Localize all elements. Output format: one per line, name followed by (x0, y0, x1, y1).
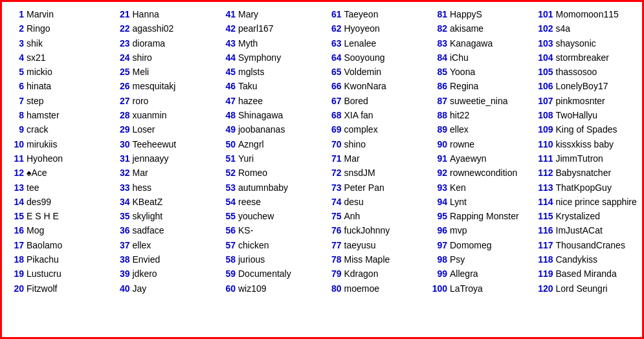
rank-number: 98 (429, 253, 447, 266)
player-name: jennaayy (133, 152, 169, 165)
rank-number: 47 (217, 94, 236, 107)
list-item: 24shiro (112, 50, 216, 65)
list-item: 17Baolamo (6, 238, 109, 252)
rank-number: 1 (6, 8, 24, 21)
rank-number: 119 (535, 267, 553, 280)
rank-number: 57 (217, 239, 236, 252)
rank-number: 73 (324, 181, 342, 194)
list-item: 80moemoe (324, 281, 427, 296)
rank-number: 114 (535, 195, 553, 208)
rank-number: 26 (112, 80, 130, 93)
rank-number: 55 (217, 210, 236, 223)
rank-number: 34 (112, 195, 130, 208)
list-item: 98Psy (429, 252, 533, 267)
rank-number: 37 (112, 239, 130, 252)
list-item: 6hinata (6, 79, 109, 93)
rank-number: 59 (217, 267, 236, 280)
rank-number: 101 (535, 8, 553, 21)
list-item: 54reese (217, 195, 321, 209)
rank-number: 25 (112, 65, 130, 78)
rank-number: 60 (217, 282, 236, 295)
list-item: 81HappyS (429, 7, 533, 21)
player-name: LonelyBoy17 (556, 80, 608, 93)
player-name: ThousandCranes (556, 239, 625, 252)
rank-number: 61 (324, 8, 342, 21)
player-name: autumnbaby (238, 181, 288, 194)
player-name: des99 (27, 195, 51, 208)
rank-number: 50 (217, 138, 236, 151)
list-item: 71Mar (324, 151, 427, 166)
player-name: Hyoheon (27, 152, 63, 165)
player-name: chicken (238, 239, 269, 252)
list-item: 23diorama (112, 36, 216, 50)
player-name: Babysnatcher (556, 166, 612, 179)
list-item: 106LonelyBoy17 (535, 79, 639, 93)
rank-number: 35 (112, 210, 130, 223)
list-item: 100LaTroya (429, 281, 533, 296)
list-item: 91Ayaewyn (429, 151, 533, 166)
list-item: 99Allegra (429, 267, 533, 281)
rank-number: 69 (324, 123, 342, 136)
list-item: 108TwoHallyu (535, 108, 639, 122)
player-name: Domomeg (450, 239, 492, 252)
list-item: 117ThousandCranes (535, 238, 639, 252)
rank-number: 27 (112, 94, 130, 107)
player-name: Rapping Monster (450, 210, 519, 223)
rank-number: 39 (112, 267, 130, 280)
player-name: hazee (238, 94, 263, 107)
rank-number: 33 (112, 181, 130, 194)
rank-number: 112 (535, 166, 553, 179)
rank-number: 78 (324, 253, 342, 266)
player-name: XIA fan (344, 109, 373, 122)
player-name: Mog (27, 224, 44, 237)
rank-number: 22 (112, 22, 130, 35)
rank-number: 46 (217, 80, 236, 93)
player-name: pearl167 (238, 22, 274, 35)
player-name: Symphony (238, 51, 281, 64)
list-item: 32Mar (112, 166, 216, 180)
player-name: rownewcondition (450, 166, 517, 179)
rank-number: 120 (535, 282, 553, 295)
rank-number: 99 (429, 267, 447, 280)
player-name: Marvin (27, 8, 54, 21)
player-name: Ayaewyn (450, 152, 487, 165)
list-item: 61Taeyeon (324, 7, 427, 21)
player-name: Mar (344, 152, 360, 165)
player-name: hess (133, 181, 152, 194)
player-name: HappyS (450, 8, 482, 21)
list-item: 55youchew (217, 209, 321, 223)
player-name: Based Miranda (556, 267, 617, 280)
rank-number: 110 (535, 138, 553, 151)
rank-number: 76 (324, 224, 342, 237)
rank-number: 21 (112, 8, 130, 21)
player-name: KS- (238, 224, 253, 237)
list-item: 63Lenalee (324, 36, 427, 50)
player-name: hit22 (450, 109, 469, 122)
list-item: 18Pikachu (6, 252, 109, 267)
list-item: 58jurious (217, 252, 321, 267)
rank-number: 117 (535, 239, 553, 252)
list-item: 109King of Spades (535, 122, 639, 137)
list-item: 34KBeatZ (112, 195, 216, 209)
player-name: youchew (238, 210, 274, 223)
player-name: Kanagawa (450, 37, 493, 50)
list-item: 33hess (112, 180, 216, 195)
player-name: hinata (27, 80, 51, 93)
list-item: 8hamster (6, 108, 109, 122)
rank-number: 24 (112, 51, 130, 64)
list-item: 44Symphony (217, 50, 321, 65)
player-name: fuckJohnny (344, 224, 390, 237)
player-name: xuanmin (133, 109, 167, 122)
list-item: 116ImJustACat (535, 223, 639, 237)
player-name: KwonNara (344, 80, 386, 93)
rank-number: 49 (217, 123, 236, 136)
column-1: 1Marvin2Ringo3shik4sx215mickio6hinata7st… (5, 7, 111, 332)
list-item: 43Myth (217, 36, 321, 50)
list-item: 82akisame (429, 21, 533, 36)
rank-number: 7 (6, 94, 24, 107)
list-item: 103shaysonic (535, 36, 639, 50)
rank-number: 9 (6, 123, 24, 136)
player-name: Mary (238, 8, 258, 21)
player-name: diorama (133, 37, 166, 50)
rank-number: 105 (535, 65, 553, 78)
